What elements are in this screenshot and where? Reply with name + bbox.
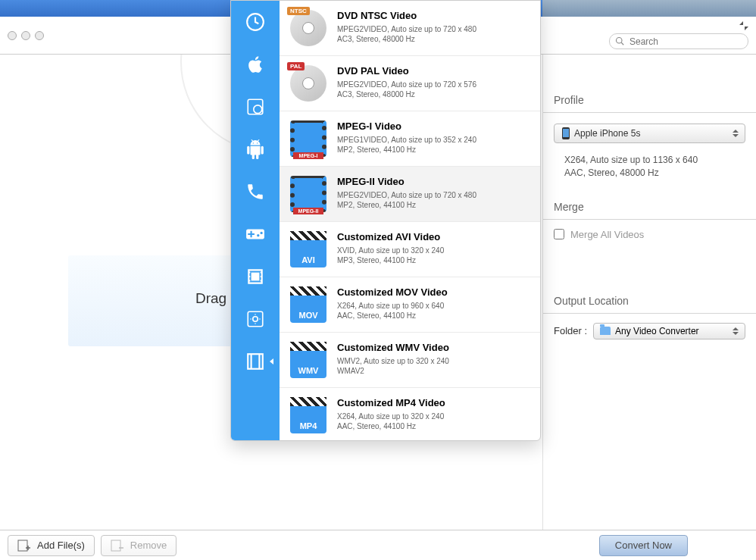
format-thumb-icon: MPEG-I <box>290 120 326 157</box>
format-meta: XVID, Auto size up to 320 x 240MP3, Ster… <box>337 246 530 265</box>
fullscreen-icon[interactable] <box>739 21 748 30</box>
format-thumb-icon: PAL <box>290 65 326 102</box>
format-title: DVD NTSC Video <box>337 10 530 21</box>
folder-icon <box>600 327 611 335</box>
format-thumb-icon: AVI <box>290 231 326 267</box>
category-video-icon[interactable] <box>245 266 266 287</box>
format-item[interactable]: MOVCustomized MOV VideoX264, Auto size u… <box>280 277 540 333</box>
svg-point-15 <box>261 276 262 277</box>
format-title: Customized AVI Video <box>337 231 530 242</box>
profile-detail-audio: AAC, Stereo, 48000 Hz <box>564 167 745 180</box>
category-film-icon[interactable] <box>245 351 266 372</box>
folder-value: Any Video Converter <box>615 326 699 336</box>
format-item[interactable]: AVICustomized AVI VideoXVID, Auto size u… <box>280 222 540 277</box>
remove-label: Remove <box>130 540 167 551</box>
iphone-icon <box>562 127 570 139</box>
format-title: MPEG-I Video <box>337 120 530 132</box>
add-files-button[interactable]: Add File(s) <box>8 535 95 556</box>
svg-rect-5 <box>111 540 120 551</box>
format-list[interactable]: NTSCDVD NTSC VideoMPEG2VIDEO, Auto size … <box>280 1 540 440</box>
svg-point-12 <box>248 276 250 277</box>
format-item[interactable]: MPEG-IMPEG-I VideoMPEG1VIDEO, Auto size … <box>280 111 540 167</box>
format-title: Customized MP4 Video <box>337 397 530 408</box>
merge-all-checkbox[interactable]: Merge All Videos <box>554 229 745 240</box>
window-zoom-button[interactable] <box>35 31 44 40</box>
format-meta: X264, Auto size up to 320 x 240AAC, Ster… <box>337 411 530 431</box>
svg-point-18 <box>253 317 258 322</box>
format-thumb-icon: WMV <box>290 342 326 378</box>
convert-button[interactable]: Convert Now <box>599 535 688 556</box>
category-phone-icon[interactable] <box>245 181 266 202</box>
format-thumb-icon: MOV <box>290 286 326 323</box>
add-files-label: Add File(s) <box>37 540 85 551</box>
profile-format-panel: NTSCDVD NTSC VideoMPEG2VIDEO, Auto size … <box>230 0 541 441</box>
category-disc-icon[interactable] <box>245 96 266 117</box>
svg-point-9 <box>254 105 262 114</box>
remove-button[interactable]: Remove <box>101 535 177 556</box>
format-title: Customized MOV Video <box>337 286 530 298</box>
svg-point-13 <box>248 280 250 281</box>
folder-label: Folder : <box>554 325 587 336</box>
search-input[interactable] <box>609 33 748 49</box>
merge-check-input[interactable] <box>554 229 564 239</box>
category-recent-icon[interactable] <box>245 11 266 33</box>
merge-label: Merge All Videos <box>570 229 644 240</box>
svg-point-11 <box>248 272 250 274</box>
format-item[interactable]: WMVCustomized WMV VideoWMV2, Auto size u… <box>280 333 540 388</box>
output-section-header: Output Location <box>543 287 756 314</box>
category-settings-icon[interactable] <box>245 308 266 330</box>
format-title: DVD PAL Video <box>337 65 530 77</box>
format-title: Customized WMV Video <box>337 342 530 353</box>
svg-rect-2 <box>18 540 27 551</box>
folder-dropdown[interactable]: Any Video Converter <box>593 323 745 339</box>
add-files-icon <box>17 539 31 552</box>
format-thumb-icon: NTSC <box>290 10 326 46</box>
format-title: MPEG-II Video <box>337 176 530 187</box>
svg-point-0 <box>617 38 623 44</box>
search-icon <box>615 36 624 45</box>
format-meta: X264, Auto size up to 960 x 640AAC, Ster… <box>337 301 530 321</box>
svg-point-16 <box>261 280 262 281</box>
format-meta: WMV2, Auto size up to 320 x 240WMAV2 <box>337 356 530 376</box>
dropzone-text: Drag <box>195 290 226 307</box>
window-close-button[interactable] <box>8 31 17 40</box>
format-item[interactable]: MP4Customized MP4 VideoX264, Auto size u… <box>280 388 540 440</box>
profile-selected-label: Apple iPhone 5s <box>574 128 640 139</box>
format-item[interactable]: MPEG-IIMPEG-II VideoMPEG2VIDEO, Auto siz… <box>280 167 540 222</box>
merge-section-header: Merge <box>543 193 756 220</box>
category-game-icon[interactable] <box>245 224 266 245</box>
profile-dropdown[interactable]: Apple iPhone 5s <box>554 124 745 143</box>
format-item[interactable]: PALDVD PAL VideoMPEG2VIDEO, Auto size up… <box>280 56 540 111</box>
format-meta: MPEG2VIDEO, Auto size up to 720 x 480AC3… <box>337 24 530 44</box>
remove-icon <box>111 539 124 552</box>
svg-point-14 <box>261 272 262 274</box>
svg-rect-10 <box>251 273 260 281</box>
window-minimize-button[interactable] <box>21 31 30 40</box>
convert-label: Convert Now <box>615 540 672 551</box>
category-android-icon[interactable] <box>245 139 266 160</box>
svg-line-1 <box>621 42 623 45</box>
format-thumb-icon: MPEG-II <box>290 176 326 212</box>
format-meta: MPEG2VIDEO, Auto size up to 720 x 576AC3… <box>337 80 530 99</box>
svg-rect-17 <box>248 311 263 327</box>
format-meta: MPEG1VIDEO, Auto size up to 352 x 240MP2… <box>337 135 530 155</box>
format-item[interactable]: NTSCDVD NTSC VideoMPEG2VIDEO, Auto size … <box>280 1 540 56</box>
format-meta: MPEG2VIDEO, Auto size up to 720 x 480MP2… <box>337 190 530 210</box>
category-apple-icon[interactable] <box>245 54 266 75</box>
profile-section-header: Profile <box>543 86 756 113</box>
svg-rect-19 <box>248 354 263 369</box>
profile-detail-video: X264, Auto size up to 1136 x 640 <box>564 154 745 167</box>
format-thumb-icon: MP4 <box>290 397 326 433</box>
